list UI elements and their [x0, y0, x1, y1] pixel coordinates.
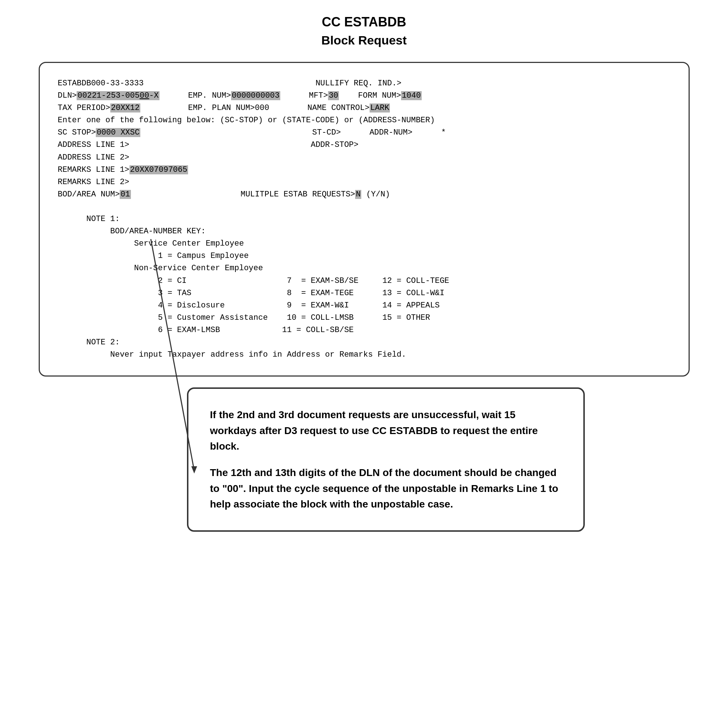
- terminal-box: ESTABDB000-33-3333 NULLIFY REQ. IND.> DL…: [39, 62, 690, 377]
- main-content: ESTABDB000-33-3333 NULLIFY REQ. IND.> DL…: [39, 62, 690, 532]
- callout-wrapper: If the 2nd and 3rd document requests are…: [39, 387, 690, 532]
- page-title: CC ESTABDB: [322, 14, 406, 30]
- page-subtitle: Block Request: [321, 33, 406, 48]
- callout-paragraph-1: If the 2nd and 3rd document requests are…: [210, 407, 562, 454]
- callout-box: If the 2nd and 3rd document requests are…: [187, 387, 585, 532]
- callout-paragraph-2: The 12th and 13th digits of the DLN of t…: [210, 465, 562, 512]
- terminal-content: ESTABDB000-33-3333 NULLIFY REQ. IND.> DL…: [58, 77, 670, 361]
